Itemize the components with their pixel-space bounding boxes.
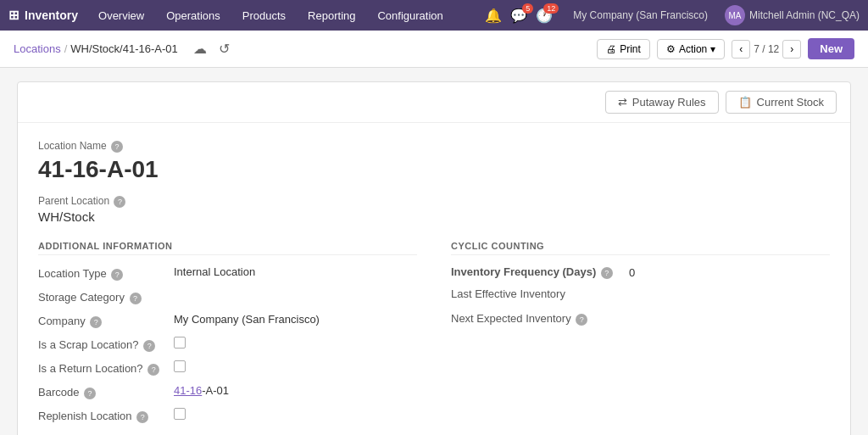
gear-icon: ⚙ [666, 43, 676, 55]
putaway-icon: ⇄ [618, 96, 627, 109]
toolbar-right: 🖨 Print ⚙ Action ▾ ‹ 7 / 12 › New [597, 38, 854, 59]
barcode-link-part[interactable]: 41-16 [174, 384, 202, 397]
location-name-value: 41-16-A-01 [38, 156, 830, 183]
next-expected-help-icon[interactable]: ? [576, 314, 587, 326]
toolbar-icons: ☁ ↺ [190, 39, 233, 59]
main-content: ⇄ Putaway Rules 📋 Current Stock Location… [0, 68, 868, 435]
prev-page-button[interactable]: ‹ [732, 40, 750, 59]
action-button[interactable]: ⚙ Action ▾ [657, 39, 725, 59]
inventory-frequency-help-icon[interactable]: ? [601, 267, 613, 279]
card-tabs: ⇄ Putaway Rules 📋 Current Stock [18, 82, 850, 123]
return-location-help-icon[interactable]: ? [147, 364, 159, 376]
two-column-section: ADDITIONAL INFORMATION Location Type ? I… [38, 241, 830, 432]
nav-overview[interactable]: Overview [90, 6, 153, 25]
parent-location-help-icon[interactable]: ? [114, 196, 125, 208]
field-location-type: Location Type ? Internal Location [38, 265, 417, 281]
pagination: ‹ 7 / 12 › [732, 40, 801, 59]
breadcrumb: Locations / WH/Stock/41-16-A-01 [14, 42, 178, 55]
barcode-help-icon[interactable]: ? [84, 388, 96, 399]
chat-icon-wrapper[interactable]: 💬 5 [510, 8, 527, 24]
field-scrap-location: Is a Scrap Location? ? [38, 337, 417, 352]
refresh-icon[interactable]: ↺ [215, 39, 233, 59]
next-page-button[interactable]: › [782, 40, 801, 59]
inventory-frequency-label: Inventory Frequency (Days) [451, 265, 596, 278]
return-location-checkbox [174, 360, 186, 375]
breadcrumb-sep: / [64, 42, 68, 55]
location-name-label: Location Name ? [38, 140, 830, 153]
scrap-location-help-icon[interactable]: ? [143, 340, 155, 352]
breadcrumb-current: WH/Stock/41-16-A-01 [70, 42, 177, 55]
location-type-value: Internal Location [174, 265, 255, 278]
field-storage-category: Storage Category ? [38, 289, 417, 304]
additional-info-section: ADDITIONAL INFORMATION Location Type ? I… [38, 241, 417, 432]
company-name: My Company (San Francisco) [573, 9, 708, 21]
print-button[interactable]: 🖨 Print [597, 39, 650, 59]
replenish-location-help-icon[interactable]: ? [136, 411, 148, 423]
last-effective-label: Last Effective Inventory [451, 287, 830, 300]
cloud-save-icon[interactable]: ☁ [190, 39, 210, 59]
cyclic-counting-section: CYCLIC COUNTING Inventory Frequency (Day… [451, 241, 830, 432]
replenish-location-checkbox [174, 408, 186, 422]
grid-icon: ⊞ [8, 8, 19, 23]
next-expected-label: Next Expected Inventory [451, 312, 571, 325]
barcode-value: 41-16-A-01 [174, 384, 229, 397]
location-type-help-icon[interactable]: ? [111, 269, 123, 281]
app-brand[interactable]: ⊞ Inventory [8, 8, 78, 23]
company-help-icon[interactable]: ? [90, 316, 102, 328]
location-name-help-icon[interactable]: ? [111, 141, 123, 153]
user-name: Mitchell Admin (NC_QA) [749, 9, 860, 21]
chat-badge: 5 [522, 3, 533, 14]
parent-location-value: WH/Stock [38, 209, 830, 224]
scrap-location-checkbox [174, 337, 186, 351]
inventory-frequency-row: Inventory Frequency (Days) ? 0 [451, 265, 830, 279]
barcode-suffix: -A-01 [202, 384, 229, 397]
last-effective-field: Last Effective Inventory [451, 287, 830, 300]
top-navigation: ⊞ Inventory Overview Operations Products… [0, 0, 868, 31]
cyclic-counting-title: CYCLIC COUNTING [451, 241, 830, 255]
record-card: ⇄ Putaway Rules 📋 Current Stock Location… [17, 81, 851, 435]
next-expected-field: Next Expected Inventory ? [451, 312, 830, 326]
clock-icon-wrapper[interactable]: 🕐 12 [536, 8, 553, 24]
field-replenish-location: Replenish Location ? [38, 408, 417, 423]
form-body: Location Name ? 41-16-A-01 Parent Locati… [18, 123, 850, 435]
field-return-location: Is a Return Location? ? [38, 360, 417, 376]
field-company: Company ? My Company (San Francisco) [38, 313, 417, 328]
page-toolbar: Locations / WH/Stock/41-16-A-01 ☁ ↺ 🖨 Pr… [0, 31, 868, 68]
app-title: Inventory [25, 8, 78, 22]
return-location-checkbox-input[interactable] [174, 360, 186, 372]
clock-badge: 12 [543, 3, 559, 14]
breadcrumb-root[interactable]: Locations [14, 42, 61, 55]
action-chevron-icon: ▾ [710, 43, 715, 55]
nav-reporting[interactable]: Reporting [299, 6, 364, 25]
nav-icons-group: 🔔 💬 5 🕐 12 My Company (San Francisco) MA… [485, 5, 860, 25]
new-button[interactable]: New [808, 38, 854, 59]
scrap-location-checkbox-input[interactable] [174, 337, 186, 349]
field-barcode: Barcode ? 41-16-A-01 [38, 384, 417, 399]
user-menu[interactable]: MA Mitchell Admin (NC_QA) [725, 5, 860, 25]
tab-putaway-rules[interactable]: ⇄ Putaway Rules [605, 91, 719, 114]
printer-icon: 🖨 [606, 43, 616, 55]
replenish-location-checkbox-input[interactable] [174, 408, 186, 420]
storage-category-help-icon[interactable]: ? [130, 293, 142, 304]
nav-configuration[interactable]: Configuration [369, 6, 451, 25]
company-value: My Company (San Francisco) [174, 313, 320, 326]
inventory-frequency-value: 0 [629, 266, 635, 279]
page-count: 7 / 12 [754, 43, 779, 55]
user-avatar: MA [725, 5, 745, 25]
nav-products[interactable]: Products [234, 6, 294, 25]
additional-info-title: ADDITIONAL INFORMATION [38, 241, 417, 255]
stock-icon: 📋 [738, 96, 752, 109]
nav-operations[interactable]: Operations [158, 6, 229, 25]
parent-location-label: Parent Location ? [38, 195, 830, 208]
tab-current-stock[interactable]: 📋 Current Stock [726, 91, 837, 114]
bell-icon-wrapper[interactable]: 🔔 [485, 8, 502, 24]
